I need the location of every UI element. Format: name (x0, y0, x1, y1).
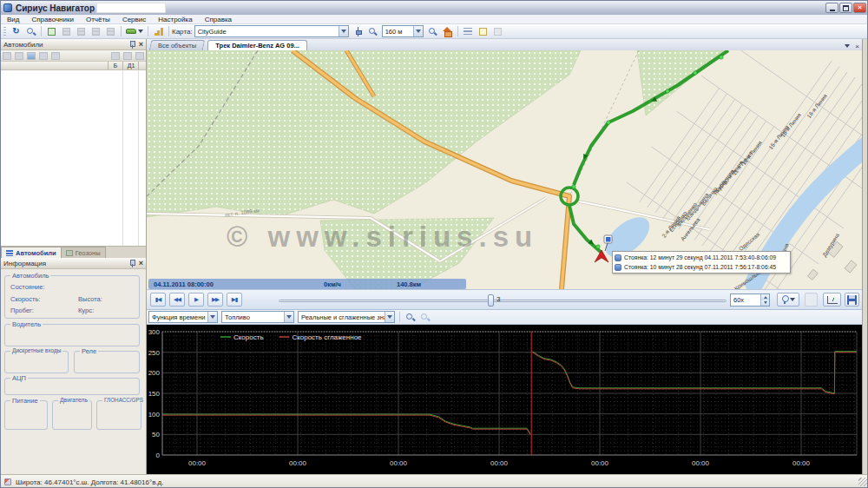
chart-panel-button[interactable] (152, 25, 165, 37)
map-select-dropdown[interactable] (339, 26, 348, 36)
vehicle-list[interactable] (1, 70, 146, 246)
tool-button-2[interactable] (75, 25, 88, 37)
speed-chart[interactable]: 05010015020025030000:0000:0000:0000:0000… (147, 325, 862, 474)
close-button[interactable]: × (853, 3, 866, 13)
chart-values-dropdown[interactable] (385, 312, 394, 322)
chart-mode-select[interactable]: Функция времени (148, 311, 218, 323)
x-tick-label: 00:00 (591, 459, 609, 467)
playback-speed-spinner[interactable]: 60x (730, 293, 770, 307)
tab-track[interactable]: Трек Daimler-Benz AG 09... (207, 40, 307, 50)
scale-select-dropdown[interactable] (413, 26, 423, 36)
timeline-slider-thumb[interactable] (488, 294, 494, 307)
chart-values-select[interactable]: Реальные и сглаженные значени (298, 311, 395, 323)
menu-item-settings[interactable]: Настройка (152, 16, 198, 23)
map-select[interactable]: CityGuide (194, 25, 349, 37)
chart-zoom-out-button[interactable] (418, 311, 431, 323)
window-frame (862, 39, 868, 474)
vehicle-tool-icon-2[interactable] (15, 52, 23, 60)
fast-forward-button[interactable]: ▶▶ (207, 293, 223, 307)
go-to-end-button[interactable]: ▶▮ (227, 293, 242, 307)
tool-button-1[interactable] (60, 25, 73, 37)
zoom-out-button[interactable] (366, 25, 379, 37)
chart-zoom-in-button[interactable] (404, 311, 417, 323)
close-panel-icon[interactable]: × (139, 41, 143, 49)
menu-item-reports[interactable]: Отчёты (80, 16, 116, 23)
zoom-slider-icon (356, 27, 360, 36)
menu-item-service[interactable]: Сервис (116, 16, 152, 23)
add-icon[interactable] (111, 52, 120, 60)
toolbar-separator (41, 26, 42, 36)
toggle-chart-button[interactable] (823, 293, 841, 307)
vehicles-tab-icon (6, 250, 13, 256)
tab-all-objects[interactable]: Все объекты (149, 40, 206, 50)
tool-button-3[interactable] (89, 25, 102, 37)
save-button[interactable] (845, 293, 859, 307)
title-bar: Сириус Навигатор - × (1, 1, 868, 15)
notes-button[interactable] (477, 25, 490, 37)
tab-list-dropdown[interactable] (841, 42, 851, 50)
track-options-button[interactable] (777, 293, 799, 307)
play-button[interactable]: ▶ (188, 293, 204, 307)
tool-button-4[interactable] (104, 25, 117, 37)
scale-select[interactable]: 160 м (382, 25, 424, 37)
x-tick-label: 00:00 (692, 459, 710, 467)
info-panel-header: Информация × (1, 258, 146, 269)
go-to-start-button[interactable]: ▮◀ (150, 293, 166, 307)
street-label: 15-я Линия (767, 124, 790, 151)
zoom-in-button[interactable] (426, 25, 439, 37)
close-panel-icon[interactable]: × (139, 260, 143, 267)
spin-down-button[interactable] (761, 300, 769, 307)
refresh-button[interactable]: ↻ (10, 25, 23, 37)
chart-mode-dropdown[interactable] (207, 312, 217, 322)
vehicle-tool-icon-3[interactable] (27, 52, 36, 60)
redacted-title-area (96, 3, 166, 13)
chart-parameter-dropdown[interactable] (284, 312, 293, 322)
select-tool-button[interactable] (45, 25, 58, 37)
menu-item-view[interactable]: Вид (1, 16, 25, 23)
vehicle-tool-icon-1[interactable] (3, 52, 11, 60)
toolbar-separator (457, 26, 458, 36)
menu-item-directories[interactable]: Справочники (25, 16, 79, 23)
timeline-slider[interactable] (279, 300, 727, 302)
rewind-button[interactable]: ◀◀ (169, 293, 185, 307)
zoom-out-icon (368, 27, 378, 36)
vehicle-menu-button[interactable] (125, 25, 144, 37)
minimize-button[interactable] (825, 3, 838, 13)
remove-icon[interactable] (123, 52, 132, 60)
home-button[interactable] (441, 25, 454, 37)
column-header-d1[interactable]: Д1 (123, 63, 139, 69)
tooltip-row[interactable]: Стоянка: 12 минут 29 секунд 04.11.2011 7… (615, 253, 788, 262)
chart-toolbar: Функция времени Топливо Реальные и сглаж… (147, 310, 862, 325)
tooltip-row[interactable]: Стоянка: 10 минут 28 секунд 07.11.2011 7… (615, 262, 788, 272)
pin-icon[interactable] (129, 41, 135, 49)
restore-button[interactable] (839, 3, 852, 13)
disabled-tool-button (491, 25, 504, 37)
search-button[interactable] (24, 25, 37, 37)
toolbar-separator (121, 26, 122, 36)
y-tick-label: 100 (148, 411, 161, 419)
tab-vehicles[interactable]: Автомобили (1, 247, 62, 258)
more-icon[interactable] (135, 52, 144, 60)
chart-parameter-select[interactable]: Топливо (221, 311, 294, 323)
chevron-down-icon (416, 30, 421, 33)
pin-icon[interactable] (129, 260, 135, 267)
toolbar-grip[interactable] (3, 27, 6, 36)
legend-button[interactable] (462, 25, 475, 37)
scale-select-value: 160 м (383, 28, 413, 36)
zoom-slider-button[interactable] (352, 25, 365, 37)
menu-item-help[interactable]: Справка (199, 16, 238, 23)
svg-text:Скорость: Скорость (233, 333, 264, 341)
line-chart-icon (827, 296, 838, 304)
save-icon (847, 295, 857, 305)
tab-geozones[interactable]: Геозоны (62, 247, 106, 258)
resize-grip[interactable] (858, 478, 867, 486)
home-icon (443, 27, 452, 36)
tab-close-button[interactable]: × (852, 42, 862, 50)
vehicle-tool-icon-4[interactable] (39, 52, 48, 60)
menu-bar: Вид Справочники Отчёты Сервис Настройка … (1, 15, 868, 24)
course-label: Курс: (78, 307, 94, 314)
map-view[interactable]: 18-я Линия16-я Линия15-я Линия12-я Линия… (147, 50, 862, 289)
column-header-b[interactable]: Б (108, 63, 122, 69)
vehicle-tool-icon-5[interactable] (51, 52, 60, 60)
status-bar: Широта: 46.47401°с.ш. Долгота: 41.48016°… (1, 474, 868, 488)
